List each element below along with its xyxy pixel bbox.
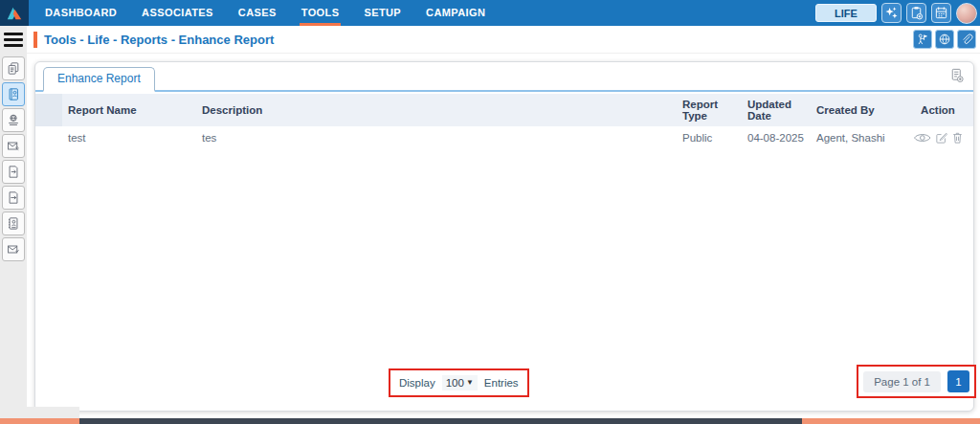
globe-books-icon [7,113,20,127]
top-navigation-bar: DASHBOARD ASSOCIATES CASES TOOLS SETUP C… [0,0,980,26]
copy-document-icon [7,61,20,76]
display-entries-annotation: Display 100 ▼ Entries [389,368,529,397]
left-sidebar-rail [0,26,27,424]
chevron-down-icon: ▼ [466,379,474,387]
entries-label: Entries [484,377,519,389]
sparkles-icon [884,6,899,20]
person-flag-button[interactable] [913,30,932,49]
sidebar-item-globe-books[interactable] [2,108,25,132]
cell-report-type: Public [677,126,742,149]
entries-per-page-select[interactable]: 100 ▼ [442,375,478,391]
row-select-cell [35,126,62,149]
col-description: Description [196,94,677,126]
view-eye-icon [913,132,931,144]
col-created-by: Created By [811,94,902,126]
select-column-header [35,94,62,126]
sparkles-button[interactable] [881,3,902,23]
nav-associates[interactable]: ASSOCIATES [129,0,226,26]
user-avatar[interactable] [956,3,977,24]
document-import-icon [7,190,20,205]
calendar-button[interactable] [931,3,951,23]
clipboard-add-button[interactable] [906,3,926,23]
sidebar-item-mail-compose[interactable] [2,134,25,158]
cell-description: tes [196,126,677,149]
sidebar-item-contact-book[interactable] [2,82,25,106]
nav-cases[interactable]: CASES [226,0,289,26]
breadcrumb: Tools - Life - Reports - Enhance Report [44,33,274,47]
col-action: Action [902,94,973,126]
globe-button[interactable] [935,30,954,49]
add-report-button[interactable] [948,67,965,83]
paperclip-icon [960,33,973,46]
delete-report-button[interactable] [952,132,963,144]
nav-setup[interactable]: SETUP [351,0,413,26]
brand-a-icon [5,5,24,22]
table-header-row: Report Name Description Report Type Upda… [35,94,973,126]
main-menu: DASHBOARD ASSOCIATES CASES TOOLS SETUP C… [33,0,498,26]
document-export-icon [7,165,20,179]
app-body: Tools - Life - Reports - Enhance Report [0,26,980,424]
col-updated-date: Updated Date [742,94,811,126]
page-1-button[interactable]: 1 [947,370,969,392]
col-report-type: Report Type [677,94,742,126]
tab-strip: Enhance Report [35,62,973,92]
sidebar-item-notebook-user[interactable] [2,212,25,235]
bottom-left-gray-block [0,407,79,418]
app-logo[interactable] [0,0,29,26]
cell-report-name: test [62,126,196,149]
breadcrumb-bar: Tools - Life - Reports - Enhance Report [27,26,980,54]
add-report-icon [948,67,965,83]
tab-enhance-report[interactable]: Enhance Report [43,67,155,92]
attachment-button[interactable] [957,30,976,49]
main-panel: Enhance Report [27,54,980,424]
strip-orange-right [802,418,980,424]
notebook-user-icon [7,216,20,231]
cell-updated-date: 04-08-2025 [742,126,811,149]
strip-dark-middle [79,418,802,424]
col-report-name: Report Name [62,94,196,126]
hamburger-menu-button[interactable] [0,26,27,53]
nav-campaign[interactable]: CAMPAIGN [413,0,498,26]
delete-icon [952,132,963,144]
sidebar-item-document-import[interactable] [2,186,25,210]
table-row: test tes Public 04-08-2025 Agent, Shashi [35,126,973,149]
sidebar-icon-list [2,56,25,261]
page-status: Page 1 of 1 [863,371,941,392]
life-mode-button[interactable]: LIFE [815,4,877,22]
sidebar-item-document-export[interactable] [2,160,25,184]
cell-created-by: Agent, Shashi [811,126,902,149]
calendar-icon [934,6,948,20]
entries-per-page-value: 100 [446,377,464,389]
cell-actions [902,126,973,149]
content-column: Tools - Life - Reports - Enhance Report [27,26,980,424]
edit-icon [936,132,947,144]
sidebar-item-mail-check[interactable] [2,237,25,261]
mail-check-icon [7,242,20,257]
contact-book-icon [7,87,20,101]
view-report-button[interactable] [913,132,931,144]
reports-table: Report Name Description Report Type Upda… [35,94,973,149]
bottom-strip [0,418,980,424]
strip-orange-left [0,418,79,424]
topbar-right-controls: LIFE [815,3,980,24]
person-flag-icon [916,33,929,46]
pagination-annotation: Page 1 of 1 1 [857,365,976,398]
nav-dashboard[interactable]: DASHBOARD [33,0,129,26]
globe-icon [938,33,951,46]
breadcrumb-accent-bar [33,32,37,48]
breadcrumb-right-buttons [913,30,980,49]
nav-tools[interactable]: TOOLS [289,0,352,26]
report-list-card: Enhance Report [34,61,974,412]
clipboard-add-icon [909,6,924,20]
sidebar-item-copy-document[interactable] [2,56,25,80]
mail-compose-icon [7,139,20,153]
display-label: Display [399,377,435,389]
edit-report-button[interactable] [936,132,947,144]
